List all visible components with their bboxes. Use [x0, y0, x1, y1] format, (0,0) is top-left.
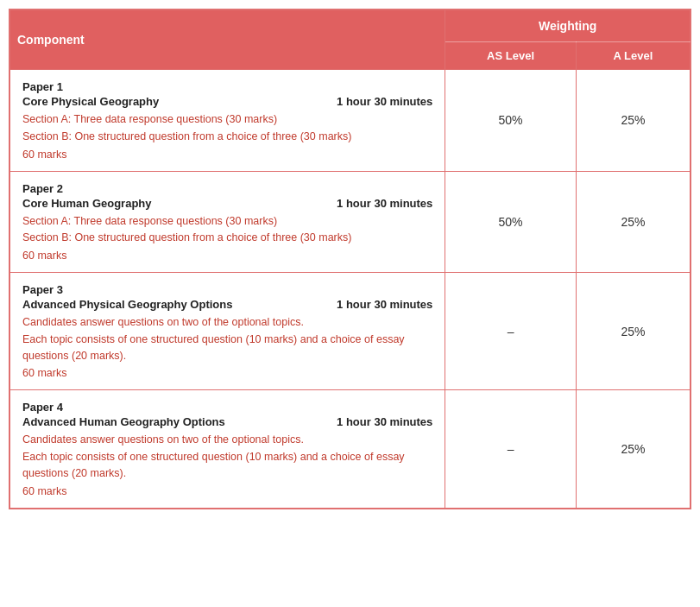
- component-cell-3: Paper 3Advanced Physical Geography Optio…: [10, 273, 445, 390]
- paper-subtitle: Core Human Geography: [22, 197, 152, 210]
- a-level-weight-cell: 25%: [576, 171, 690, 273]
- component-cell-1: Paper 1Core Physical Geography1 hour 30 …: [10, 70, 445, 172]
- main-table-wrapper: Component Weighting AS Level A Level Pap…: [9, 9, 691, 509]
- paper-detail: Section A: Three data response questions…: [22, 213, 432, 230]
- paper-detail: Section A: Three data response questions…: [22, 111, 432, 128]
- as-weight-cell: 50%: [445, 171, 576, 273]
- paper-marks: 60 marks: [22, 149, 432, 161]
- paper-detail: Section B: One structured question from …: [22, 230, 432, 246]
- paper-number: Paper 4: [22, 401, 432, 414]
- component-cell-4: Paper 4Advanced Human Geography Options1…: [10, 390, 445, 508]
- a-level-weight-cell: 25%: [576, 70, 690, 172]
- paper-detail: Each topic consists of one structured qu…: [22, 332, 432, 364]
- as-level-header: AS Level: [445, 42, 576, 70]
- paper-marks: 60 marks: [22, 250, 432, 262]
- paper-duration: 1 hour 30 minutes: [337, 298, 432, 311]
- paper-number: Paper 3: [22, 283, 432, 296]
- paper-subtitle: Advanced Human Geography Options: [22, 415, 225, 428]
- as-weight-cell: 50%: [445, 70, 576, 172]
- paper-marks: 60 marks: [22, 485, 432, 497]
- components-table: Component Weighting AS Level A Level Pap…: [9, 9, 691, 509]
- table-row: Paper 1Core Physical Geography1 hour 30 …: [10, 70, 691, 172]
- paper-duration: 1 hour 30 minutes: [337, 95, 432, 108]
- paper-subtitle: Advanced Physical Geography Options: [22, 298, 232, 311]
- a-level-weight-cell: 25%: [576, 273, 690, 390]
- paper-marks: 60 marks: [22, 367, 432, 379]
- paper-detail: Candidates answer questions on two of th…: [22, 432, 432, 448]
- component-header: Component: [10, 10, 445, 70]
- a-level-weight-cell: 25%: [576, 390, 690, 508]
- component-cell-2: Paper 2Core Human Geography1 hour 30 min…: [10, 171, 445, 273]
- paper-duration: 1 hour 30 minutes: [337, 415, 432, 428]
- paper-detail: Candidates answer questions on two of th…: [22, 314, 432, 331]
- table-row: Paper 4Advanced Human Geography Options1…: [10, 390, 691, 508]
- paper-subtitle: Core Physical Geography: [22, 95, 159, 108]
- paper-detail: Each topic consists of one structured qu…: [22, 449, 432, 482]
- as-weight-cell: –: [445, 390, 576, 508]
- table-row: Paper 3Advanced Physical Geography Optio…: [10, 273, 691, 390]
- paper-detail: Section B: One structured question from …: [22, 129, 432, 145]
- a-level-header: A Level: [576, 42, 690, 70]
- paper-number: Paper 2: [22, 182, 432, 195]
- table-row: Paper 2Core Human Geography1 hour 30 min…: [10, 171, 691, 273]
- paper-number: Paper 1: [22, 80, 432, 93]
- paper-duration: 1 hour 30 minutes: [337, 197, 432, 210]
- weighting-header: Weighting: [445, 10, 691, 42]
- as-weight-cell: –: [445, 273, 576, 390]
